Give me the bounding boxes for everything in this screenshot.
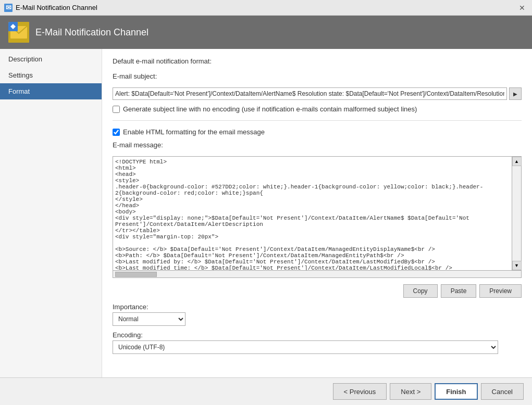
main-content: Description Settings Format Default e-ma… (0, 49, 532, 377)
encoding-section: Encoding: Unicode (UTF-8) ASCII UTF-16 (113, 331, 522, 354)
sidebar: Description Settings Format (0, 49, 102, 377)
previous-button[interactable]: < Previous (333, 383, 387, 400)
cancel-button[interactable]: Cancel (481, 383, 524, 400)
subject-row: ▶ (113, 87, 522, 100)
importance-section: Importance: Normal Low High (113, 303, 522, 326)
close-button[interactable]: ✕ (516, 2, 528, 14)
copy-button[interactable]: Copy (403, 284, 438, 298)
subject-label: E-mail subject: (113, 72, 522, 80)
html-formatting-checkbox[interactable] (113, 129, 120, 136)
title-bar-title: E-Mail Notification Channel (16, 4, 97, 11)
title-bar: ✉ E-Mail Notification Channel ✕ (0, 0, 532, 16)
message-textarea[interactable]: <!DOCTYPE html> <html> <head> <style> .h… (113, 156, 512, 271)
no-encoding-label: Generate subject line with no encoding (… (123, 105, 417, 113)
encoding-label: Encoding: (113, 331, 522, 339)
scroll-up-arrow[interactable]: ▲ (512, 157, 522, 166)
message-label: E-mail message: (113, 141, 522, 149)
vertical-scrollbar[interactable]: ▲ ▼ (512, 156, 522, 271)
header-icon (8, 22, 29, 43)
message-area-wrapper: <!DOCTYPE html> <html> <head> <style> .h… (113, 156, 522, 278)
sidebar-item-format[interactable]: Format (0, 83, 102, 99)
scroll-down-arrow[interactable]: ▼ (512, 261, 522, 270)
sidebar-item-settings[interactable]: Settings (0, 67, 102, 83)
bottom-bar: < Previous Next > Finish Cancel (0, 377, 532, 405)
default-format-label: Default e-mail notification format: (113, 57, 522, 65)
no-encoding-checkbox[interactable] (113, 106, 120, 113)
next-button[interactable]: Next > (390, 383, 431, 400)
horizontal-scrollbar[interactable] (113, 271, 522, 278)
html-formatting-label: Enable HTML formatting for the email mes… (123, 128, 265, 136)
hscroll-thumb[interactable] (115, 272, 157, 277)
subject-expand-button[interactable]: ▶ (509, 87, 522, 100)
html-formatting-row: Enable HTML formatting for the email mes… (113, 128, 522, 136)
importance-label: Importance: (113, 303, 522, 311)
header-banner: E-Mail Notification Channel (0, 16, 532, 49)
textarea-vscroll-container: <!DOCTYPE html> <html> <head> <style> .h… (113, 156, 522, 271)
sidebar-item-description[interactable]: Description (0, 51, 102, 67)
finish-button[interactable]: Finish (435, 383, 477, 400)
content-panel: Default e-mail notification format: E-ma… (102, 49, 532, 377)
no-encoding-row: Generate subject line with no encoding (… (113, 105, 522, 113)
app-icon: ✉ (4, 4, 13, 12)
encoding-dropdown[interactable]: Unicode (UTF-8) ASCII UTF-16 (113, 340, 498, 354)
action-buttons-row: Copy Paste Preview (113, 284, 522, 298)
svg-text:✉: ✉ (6, 4, 11, 11)
preview-button[interactable]: Preview (479, 284, 522, 298)
importance-dropdown[interactable]: Normal Low High (113, 312, 185, 326)
header-title: E-Mail Notification Channel (35, 27, 149, 38)
paste-button[interactable]: Paste (441, 284, 477, 298)
divider-1 (113, 120, 522, 121)
subject-input[interactable] (113, 87, 507, 100)
